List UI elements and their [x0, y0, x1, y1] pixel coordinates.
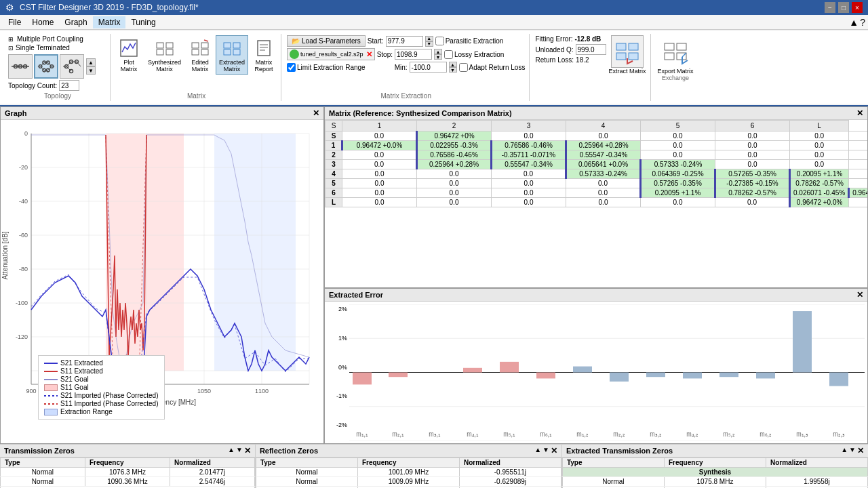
synthesized-matrix-btn[interactable]: SynthesizedMatrix	[144, 35, 184, 75]
menu-tuning[interactable]: Tuning	[125, 16, 161, 28]
close-button[interactable]: ×	[852, 2, 863, 13]
plot-matrix-btn[interactable]: PlotMatrix	[115, 35, 143, 75]
cell-6-l: 0.96472 +0.0%	[849, 188, 867, 198]
cell-s-l: 0.0	[849, 131, 867, 141]
matrix-row-1: 1 0.96472 +0.0% 0.022955 -0.3% 0.76586 -…	[326, 141, 868, 150]
reflection-zeros-header: Reflection Zeros ▲ ▼ ✕	[256, 445, 561, 458]
row-label-4: 4	[326, 169, 342, 179]
tz-scroll-down[interactable]: ▼	[236, 446, 243, 455]
etz-scroll-down[interactable]: ▼	[849, 446, 856, 455]
matrix-close-btn[interactable]: ✕	[856, 108, 863, 118]
matrix-row-4: 4 0.0 0.0 0.0 0.57333 -0.24% 0.064369 -0…	[326, 169, 868, 179]
cell-2-l: 0.0	[849, 150, 867, 160]
extract-matrix-btn[interactable]	[611, 35, 644, 68]
svg-rect-51	[665, 53, 674, 60]
start-spin-down[interactable]: ▼	[425, 41, 433, 47]
topology-btn-1[interactable]	[8, 54, 33, 79]
min-spin-up[interactable]: ▲	[449, 62, 457, 67]
export-matrix-btn[interactable]	[659, 35, 692, 68]
unloaded-q-input[interactable]	[576, 44, 606, 55]
svg-text:m₂,₃: m₂,₃	[833, 430, 845, 439]
rz-scroll-down[interactable]: ▼	[542, 446, 549, 455]
menu-matrix[interactable]: Matrix	[93, 16, 126, 28]
menu-file[interactable]: File	[3, 16, 26, 28]
error-close-btn[interactable]: ✕	[856, 290, 863, 300]
reflection-zeros-controls[interactable]: ▲ ▼ ✕	[534, 446, 557, 455]
etz-scroll-up[interactable]: ▲	[841, 446, 848, 455]
svg-text:1050: 1050	[197, 388, 211, 394]
cell-1-l: 0.0	[849, 141, 867, 150]
ribbon-collapse-icon[interactable]: ▲	[849, 17, 859, 28]
svg-rect-38	[233, 43, 240, 48]
limit-extraction-check[interactable]: Limit Extraction Range	[287, 63, 366, 72]
multiple-port-coupling-btn[interactable]: Multiple Port Coupling	[17, 35, 83, 43]
svg-rect-102	[793, 311, 812, 372]
matrix-panel-header: Matrix (Reference: Synthesized Compariso…	[325, 107, 867, 120]
help-icon[interactable]: ?	[860, 17, 865, 28]
cell-4-1: 0.0	[417, 169, 492, 179]
start-spin-up[interactable]: ▲	[425, 36, 433, 41]
maximize-button[interactable]: □	[838, 2, 849, 13]
file-indicator[interactable]: tuned_results_cal2.s2p ✕	[287, 48, 375, 60]
matrix-report-btn[interactable]: MatrixReport	[250, 35, 278, 75]
multiple-port-coupling-icon: ⊞	[8, 36, 14, 43]
rz-col-freq: Frequency	[357, 458, 459, 468]
extracted-matrix-btn[interactable]: ExtractedMatrix	[216, 35, 248, 75]
topology-count-input[interactable]	[59, 80, 79, 91]
stop-spin-down[interactable]: ▼	[434, 54, 442, 60]
cell-s-3: 0.0	[566, 131, 641, 141]
menu-home[interactable]: Home	[26, 16, 59, 28]
etz-row-1: Normal 1075.8 MHz 1.99558j	[562, 477, 867, 487]
matrix-table-container[interactable]: S 1 2 3 4 5 6 L	[325, 120, 867, 287]
extracted-tz-title: Extracted Transmission Zeros	[566, 447, 673, 455]
cell-5-2: 0.0	[492, 179, 566, 188]
svg-rect-35	[201, 49, 208, 55]
start-input[interactable]	[386, 36, 423, 47]
cell-s-1: 0.96472 +0%	[417, 131, 492, 141]
svg-rect-98	[646, 373, 665, 378]
file-remove-btn[interactable]: ✕	[366, 50, 372, 59]
transmission-zeros-panel: Transmission Zeros ▲ ▼ ✕ Type Frequency …	[0, 445, 256, 488]
rz-scroll-up[interactable]: ▲	[534, 446, 541, 455]
tz-scroll-up[interactable]: ▲	[228, 446, 235, 455]
extracted-tz-controls[interactable]: ▲ ▼ ✕	[841, 446, 864, 455]
etz-1-freq: 1075.8 MHz	[664, 477, 766, 487]
window-controls[interactable]: − □ ×	[825, 2, 863, 13]
stop-input[interactable]	[395, 49, 432, 60]
etz-close-btn[interactable]: ✕	[857, 446, 864, 455]
transmission-zeros-controls[interactable]: ▲ ▼ ✕	[228, 446, 251, 455]
svg-rect-28	[157, 43, 163, 48]
svg-rect-91	[353, 373, 372, 385]
min-spin-down[interactable]: ▼	[449, 67, 457, 73]
menu-graph[interactable]: Graph	[59, 16, 92, 28]
tz-close-btn[interactable]: ✕	[244, 446, 251, 455]
extracted-tz-table: Type Frequency Normalized Synthesis Norm…	[562, 458, 868, 488]
edited-matrix-btn[interactable]: EditedMatrix	[186, 35, 214, 75]
single-terminated-btn[interactable]: Single Terminated	[16, 44, 70, 52]
svg-rect-99	[683, 373, 702, 379]
svg-rect-103	[829, 373, 848, 386]
svg-rect-93	[463, 368, 482, 373]
cell-4-2: 0.0	[492, 169, 566, 179]
adapt-return-loss-check[interactable]: Adapt Return Loss	[459, 63, 526, 72]
parasitic-extraction-check[interactable]: Parasitic Extraction	[435, 37, 504, 45]
matrix-buttons-group: PlotMatrix SynthesizedMatrix EditedMatri…	[112, 34, 281, 101]
graph-panel-header: Graph ✕	[1, 107, 323, 120]
file-status-indicator	[290, 49, 299, 59]
svg-text:-40: -40	[19, 198, 28, 205]
topology-scroll[interactable]: ▲ ▼	[86, 58, 96, 75]
topology-btn-3[interactable]	[60, 54, 84, 79]
cell-5-3: 0.0	[566, 179, 641, 188]
svg-rect-92	[389, 373, 408, 378]
rz-close-btn[interactable]: ✕	[551, 446, 557, 455]
rz-row-2: Normal 1009.09 MHz -0.629089j	[256, 477, 561, 487]
minimize-button[interactable]: −	[825, 2, 835, 13]
graph-close-btn[interactable]: ✕	[313, 108, 319, 118]
lossy-extraction-check[interactable]: Lossy Extraction	[444, 50, 504, 59]
topology-btn-2[interactable]	[34, 54, 58, 79]
load-sparams-btn[interactable]: 📂 Load S-Parameters	[287, 35, 366, 47]
min-input[interactable]	[410, 62, 447, 73]
stop-spin-up[interactable]: ▲	[434, 49, 442, 54]
extracted-tz-content: Type Frequency Normalized Synthesis Norm…	[562, 458, 868, 488]
cell-s-4: 0.0	[641, 131, 715, 141]
